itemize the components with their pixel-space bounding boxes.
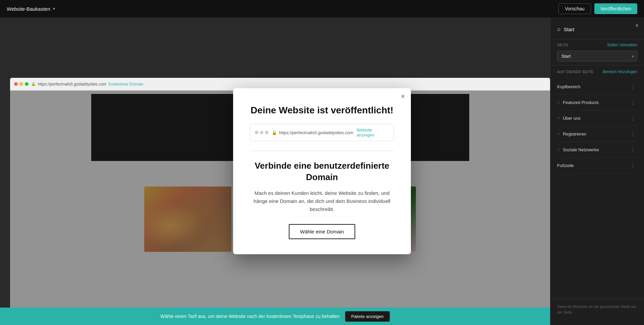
- preview-button[interactable]: Vorschau: [558, 3, 591, 14]
- modal-divider: [250, 151, 394, 151]
- section-more-registrieren[interactable]: ⋮: [629, 129, 637, 138]
- brand-area: Website-Baukasten ▾: [7, 6, 55, 12]
- modal-website-link[interactable]: Website anzeigen: [357, 127, 389, 138]
- drag-icon-featured-products[interactable]: ≡: [557, 100, 559, 105]
- section-label-fusszeile: Fußzeile: [557, 163, 574, 168]
- modal-cta-area: Wähle eine Domain: [250, 224, 394, 239]
- drag-icon-registrieren[interactable]: ≡: [557, 131, 559, 136]
- section-label-featured-products: Featured Products: [563, 100, 599, 105]
- modal-url-text: 🔒 https://perfectnails5.godaddysites.com: [272, 130, 353, 135]
- domain-link[interactable]: Kostenlose Domain: [108, 82, 143, 87]
- modal-dot-1: [255, 131, 258, 134]
- brand-label: Website-Baukasten: [7, 6, 50, 12]
- panel-hint: Ziehe die Bereiche an die gewünschte Ste…: [550, 299, 644, 320]
- publish-button[interactable]: Veröffentlichen: [594, 3, 637, 14]
- section-item-kopfbereich: Kopfbereich ⋮: [557, 79, 637, 95]
- modal-subtitle: Verbinde eine benutzerdefinierte Domain: [250, 160, 394, 183]
- section-label-soziale-netzwerke: Soziale Netzwerke: [563, 147, 599, 152]
- modal-description: Mach es deinen Kunden leicht, deine Webs…: [250, 189, 394, 213]
- browser-dots: [14, 82, 29, 86]
- domain-cta-button[interactable]: Wähle eine Domain: [289, 224, 356, 239]
- modal-dot-3: [265, 131, 268, 134]
- modal-dot-2: [260, 131, 263, 134]
- modal-title: Deine Website ist veröffentlicht!: [250, 105, 394, 116]
- bottom-bar-text: Wähle einen Tarif aus, um deine Website …: [160, 314, 340, 319]
- brand-chevron-icon[interactable]: ▾: [53, 6, 55, 11]
- section-item-left-featured-products: ≡ Featured Products: [557, 100, 599, 105]
- section-item-registrieren: ≡ Registrieren ⋮: [557, 126, 637, 142]
- packages-button[interactable]: Pakete anzeigen: [345, 311, 390, 322]
- browser-url-bar: 🔒 https://perfectnails5.godaddysites.com…: [31, 82, 143, 87]
- modal-close-button[interactable]: ×: [401, 93, 405, 100]
- section-more-featured-products[interactable]: ⋮: [629, 98, 637, 107]
- section-more-fusszeile[interactable]: ⋮: [629, 161, 637, 170]
- section-more-ueber-uns[interactable]: ⋮: [629, 114, 637, 122]
- page-manage-action[interactable]: Seiten Verwalten: [607, 43, 637, 47]
- section-item-left-soziale-netzwerke: ≡ Soziale Netzwerke: [557, 147, 599, 152]
- panel-nav-label: Start: [564, 26, 575, 32]
- section-label-registrieren: Registrieren: [563, 131, 586, 137]
- lock-icon: 🔒: [31, 82, 36, 86]
- right-panel-close-button[interactable]: ×: [635, 22, 639, 29]
- browser-dot-green: [25, 82, 29, 86]
- home-icon[interactable]: ⌂: [557, 26, 560, 32]
- section-item-left-fusszeile: Fußzeile: [557, 163, 574, 168]
- section-label-ueber-uns: Über uns: [563, 116, 581, 121]
- add-section-action[interactable]: Bereich hinzufügen: [603, 69, 637, 74]
- bottom-bar: Wähle einen Tarif aus, um deine Website …: [0, 308, 550, 325]
- right-panel: × ⌂ Start SEITE Seiten Verwalten Start ▾…: [550, 17, 644, 325]
- panel-page-select[interactable]: Start: [557, 51, 637, 62]
- modal-url-dots: [255, 131, 268, 134]
- browser-dot-yellow: [19, 82, 23, 86]
- panel-nav: ⌂ Start: [550, 23, 644, 39]
- modal-url-display: https://perfectnails5.godaddysites.com: [279, 130, 353, 135]
- section-item-featured-products: ≡ Featured Products ⋮: [557, 95, 637, 110]
- section-item-left-registrieren: ≡ Registrieren: [557, 131, 586, 137]
- section-label-kopfbereich: Kopfbereich: [557, 84, 580, 89]
- modal-box: × Deine Website ist veröffentlicht! 🔒 ht…: [233, 88, 411, 254]
- panel-on-page-header: AUF DIESER SEITE Bereich hinzufügen: [557, 69, 637, 74]
- panel-on-page-label: AUF DIESER SEITE: [557, 70, 594, 74]
- drag-icon-soziale-netzwerke[interactable]: ≡: [557, 147, 559, 152]
- top-bar: Website-Baukasten ▾ Vorschau Veröffentli…: [0, 0, 644, 17]
- modal-url-bar: 🔒 https://perfectnails5.godaddysites.com…: [250, 124, 394, 141]
- panel-page-select-wrapper: Start ▾: [557, 51, 637, 62]
- top-bar-actions: Vorschau Veröffentlichen: [558, 3, 637, 14]
- panel-page-label: SEITE: [557, 43, 569, 47]
- browser-url-text: https://perfectnails5.godaddysites.com: [38, 82, 106, 87]
- modal-lock-icon: 🔒: [272, 130, 277, 135]
- section-item-fusszeile: Fußzeile ⋮: [557, 158, 637, 173]
- panel-page-section: SEITE Seiten Verwalten Start ▾: [550, 39, 644, 65]
- drag-icon-ueber-uns[interactable]: ≡: [557, 116, 559, 120]
- section-item-ueber-uns: ≡ Über uns ⋮: [557, 110, 637, 126]
- section-more-soziale-netzwerke[interactable]: ⋮: [629, 145, 637, 154]
- section-more-kopfbereich[interactable]: ⋮: [629, 82, 637, 91]
- section-item-soziale-netzwerke: ≡ Soziale Netzwerke ⋮: [557, 142, 637, 158]
- section-item-left-ueber-uns: ≡ Über uns: [557, 116, 581, 121]
- panel-page-section-header: SEITE Seiten Verwalten: [557, 43, 637, 47]
- panel-on-page-section: AUF DIESER SEITE Bereich hinzufügen Kopf…: [550, 65, 644, 299]
- panel-hint-text: Ziehe die Bereiche an die gewünschte Ste…: [557, 305, 636, 314]
- browser-dot-red: [14, 82, 18, 86]
- section-item-left-kopfbereich: Kopfbereich: [557, 84, 580, 89]
